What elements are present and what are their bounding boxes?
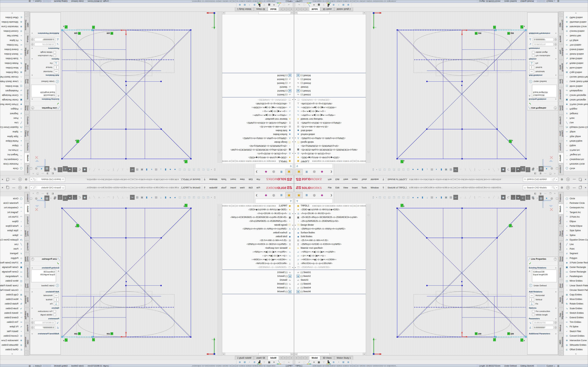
bottom-toolbar-icon[interactable]: ▰ (297, 3, 301, 7)
tree-row[interactable]: ▸ ❒ ○253ЄИNАΛ∙○⊙○∙ΛАNИЄ352○ (294, 98, 366, 102)
headsup-icon[interactable]: ▤ (44, 166, 49, 171)
headsup-icon[interactable]: ▤ (44, 196, 49, 201)
tools-menu-item[interactable]: ▭ Corner Rectangle (0, 93, 24, 98)
commandmanager-tab[interactable]: Sketch (559, 153, 564, 163)
panel-control-icon[interactable]: × (554, 192, 555, 195)
scroll-left-icon[interactable]: ◂ (294, 353, 297, 355)
close-button[interactable]: × (585, 186, 587, 189)
spinner[interactable]: ▲▼ (31, 43, 34, 46)
doc-tab-nav-icon[interactable]: ◂ (298, 356, 302, 359)
tree-row[interactable]: ⊡ ○25∙Λ✶=АM○⊙○MА=✶Λ∙52○ (222, 125, 294, 129)
doc-tab-nav-icon[interactable]: ◂ (286, 356, 290, 359)
toolbar-icon[interactable]: ▾ (211, 167, 212, 172)
panel-control-icon[interactable]: ◧ (534, 172, 536, 175)
headsup-icon[interactable]: + (63, 166, 68, 171)
tools-menu-item[interactable]: ↗ Move Entities (0, 297, 24, 301)
toolbar-icon[interactable]: ↩ (453, 167, 458, 172)
relation-item[interactable]: Collinear108 (32, 94, 55, 97)
relations-list[interactable]: Collinear108 Equal length109 (532, 270, 557, 282)
menu-item[interactable]: Tools (360, 186, 369, 190)
status-custom-dropdown[interactable]: Custom ▴ (546, 365, 555, 367)
toolbar-handle[interactable] (295, 3, 296, 7)
tools-menu-item[interactable]: ⌒ Tangent Arc (0, 210, 24, 215)
search-icon[interactable] (33, 186, 37, 190)
bottom-toolbar-icon[interactable]: ▦ (317, 360, 321, 364)
tools-menu-item[interactable]: ~ Style Spline (0, 228, 24, 233)
scrollbar-thumb[interactable] (297, 12, 329, 14)
tools-menu-item[interactable]: ◠ 3 Point Arc (0, 148, 24, 152)
commandmanager-tab[interactable]: Mold Tools (24, 280, 29, 292)
tree-sketch-row[interactable]: ▱ (-) Sketch5 (294, 282, 366, 286)
toolbar-icon[interactable]: ⊥ (121, 167, 125, 172)
menu-item[interactable]: View (238, 186, 247, 190)
tools-menu-item[interactable]: ╱ Line (564, 242, 588, 247)
relation-button-icon[interactable]: — (54, 70, 59, 73)
tree-sketch-row[interactable]: ▱ (-) Sketch1 (222, 270, 294, 274)
checkbox-infinite-length[interactable]: Infinite length (527, 313, 558, 317)
tools-menu-item[interactable]: ↻ Rotate Entities (0, 301, 24, 306)
doc-tab-nav-icon[interactable]: ◂ (290, 356, 293, 359)
manager-tab[interactable]: ◆ (262, 192, 270, 198)
tools-menu-item[interactable]: ◠ 3 Point Arc (564, 215, 588, 219)
tools-menu-item[interactable]: ↘ Scale Entities (564, 56, 588, 61)
expand-arrow-icon[interactable]: ▸ (294, 153, 297, 155)
confirm-check-icon[interactable]: ✓ (527, 261, 558, 266)
tree-row[interactable]: ⊡ ○25∙Λ✶=АM○⊙○MА=✶Λ∙52○ (222, 238, 294, 242)
bottom-toolbar-icon[interactable]: ⊞ (341, 3, 346, 7)
tree-row[interactable]: ⊡ ○25∙Λ✶=АM○⊙○MА=✶Λ∙52○ (294, 125, 366, 129)
tools-menu-item[interactable]: ↘ Scale Entities (564, 306, 588, 311)
scroll-right-icon[interactable]: ▸ (222, 353, 225, 355)
bottom-toolbar-icon[interactable]: ⊛ (346, 3, 350, 7)
commandmanager-tab[interactable]: Direct Editing (559, 227, 564, 241)
toolbar-icon[interactable]: ~ (102, 195, 106, 200)
toolbar-icon[interactable]: Ƈ (506, 195, 510, 200)
bottom-toolbar-icon[interactable]: ≡ (312, 3, 316, 7)
toolbar-icon[interactable]: ╱ (492, 167, 496, 172)
confirm-check-icon[interactable]: ✓ (30, 101, 61, 106)
spinner[interactable]: ▲▼ (31, 326, 34, 329)
search-input[interactable]: Search CAD Models (527, 186, 551, 189)
doc-tab-nav-icon[interactable]: ◂ (290, 8, 293, 11)
relation-button-icon[interactable]: ❘ (54, 298, 59, 301)
tree-row[interactable]: ▦ ○25+3Є25○ИN◎⊙+ЭСЗЄИЗЄ25○⊙○253ЄИЄЗСЭ+⊙◎… (294, 215, 366, 219)
panel-dock-controls[interactable]: ◧◨—❐× (534, 192, 555, 195)
panel-control-icon[interactable]: × (33, 172, 34, 175)
tools-menu-item[interactable]: ⊜ Silhouette Entities (0, 343, 24, 347)
toolbar-icon[interactable]: ● (168, 167, 172, 172)
doc-tab-nav-icon[interactable]: ◂ (295, 356, 298, 359)
toolbar-icon[interactable]: ● (173, 167, 177, 172)
tree-row[interactable]: ▱ ○∙◎+○✶◉[○⊙○]◉✶○+◎∙○ (294, 254, 366, 258)
commandmanager-tab[interactable]: Sheet Metal (559, 253, 564, 266)
toolbar-icon[interactable]: ▣ (140, 167, 144, 172)
commandmanager-tab[interactable]: Mesh Modeling (559, 292, 564, 307)
help-icon[interactable]: ? (566, 186, 570, 189)
more-tools-icon[interactable]: » (564, 352, 588, 355)
tools-menu-item[interactable]: ▭ Corner Rectangle (0, 269, 24, 274)
manager-tab[interactable]: ◎ (270, 192, 277, 198)
checkbox-for-construction[interactable]: For construction (30, 54, 61, 58)
tools-menu-item[interactable]: ↦ Stretch Entities (0, 311, 24, 315)
tree-row[interactable]: ▱ ○+ИN◎=+○✶◉[○⊙○]◉✶○+=◎NИ+○ (294, 250, 366, 254)
tools-menu-item[interactable]: ◯ Circle (0, 166, 24, 171)
document-tab[interactable]: Model (268, 356, 279, 360)
search-icon[interactable] (551, 186, 555, 190)
toolbar-handle[interactable] (292, 3, 293, 7)
commandmanager-tab[interactable]: Features (24, 192, 29, 203)
commandmanager-tab[interactable]: Weldments (559, 266, 564, 279)
headsup-icon[interactable]: + (520, 166, 525, 171)
tree-row[interactable]: ▸ ❒ Design Binder (294, 140, 366, 144)
toolbar-icon[interactable]: A (487, 195, 491, 200)
commandmanager-tab[interactable]: Evaluate (559, 115, 564, 126)
toolbar-icon[interactable]: ◱ (182, 167, 187, 172)
tree-row[interactable]: ≑ Material <not specified> (294, 117, 366, 121)
menu-item[interactable]: Tools (219, 177, 228, 181)
tools-menu-item[interactable]: # Segment (564, 251, 588, 256)
checkbox-for-construction[interactable]: For construction (527, 309, 558, 313)
collapse-icon[interactable]: ∧ (555, 318, 556, 320)
tree-sketch-row[interactable]: ▦ (-) Sketch6 (294, 74, 366, 77)
tree-row[interactable]: ▱ ○+ИN◎=+○✶◉[○⊙○]◉✶○+=◎NИ+○ (222, 113, 294, 117)
tools-menu-item[interactable]: ⊞ Copy Entities (564, 70, 588, 75)
menu-item[interactable]: Window (207, 186, 219, 190)
tools-menu-item[interactable]: ◠ Centerpoint Arc (0, 157, 24, 161)
confirm-check-icon[interactable]: ✓ (527, 101, 558, 106)
